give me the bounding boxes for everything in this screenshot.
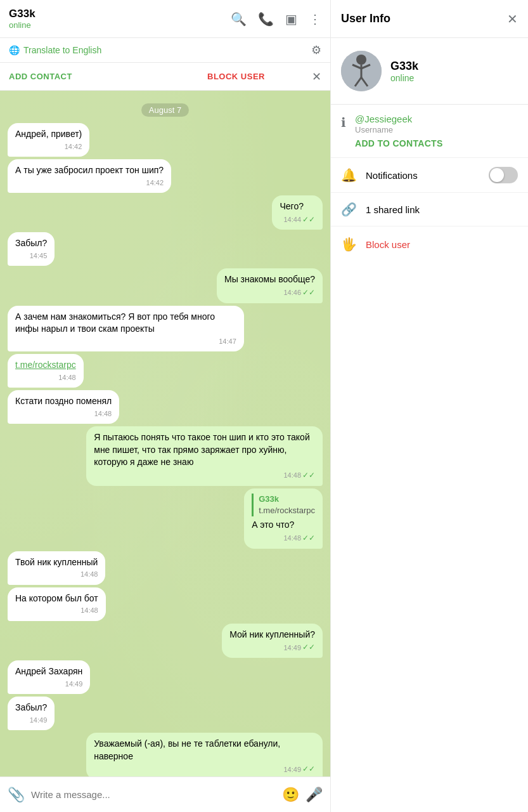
translate-button[interactable]: 🌐 Translate to English (9, 45, 101, 55)
read-receipt-icon: ✓✓ (302, 287, 315, 298)
shared-link-label: 1 shared link (366, 204, 420, 215)
notifications-row: 🔔 Notifications (331, 158, 528, 193)
user-info-title: User Info (341, 12, 507, 25)
table-row: Мой ник купленный? 14:49 ✓✓ (8, 624, 323, 658)
avatar-image (341, 51, 382, 91)
message-link[interactable]: t.me/rockstarpc (15, 360, 76, 370)
user-info-header: User Info ✕ (331, 0, 528, 38)
block-user-row[interactable]: 🖐 Block user (331, 226, 528, 262)
message-bubble: А зачем нам знакомиться? Я вот про тебя … (8, 306, 244, 352)
close-panel-icon[interactable]: ✕ (507, 11, 518, 27)
table-row: Твой ник купленный 14:48 (8, 551, 323, 585)
table-row: Кстати поздно поменял 14:48 (8, 390, 323, 424)
emoji-icon[interactable]: 🙂 (282, 787, 299, 803)
filter-icon[interactable]: ⚙ (311, 43, 321, 57)
chat-header-info: G33k online (9, 8, 231, 30)
message-time: 14:48 (80, 570, 98, 579)
svg-point-1 (356, 55, 366, 65)
message-time: 14:42 (146, 178, 164, 188)
message-input[interactable] (31, 789, 276, 800)
message-bubble: G33k t.me/rockstarpc А это что? 14:48 ✓✓ (244, 488, 323, 549)
attach-icon[interactable]: 📎 (8, 787, 25, 803)
translate-bar: 🌐 Translate to English ⚙ (0, 38, 330, 63)
search-icon[interactable]: 🔍 (231, 11, 247, 27)
user-info-panel: User Info ✕ G33k online (330, 0, 528, 812)
avatar (341, 51, 382, 91)
message-bubble: Чего? 14:44 ✓✓ (272, 195, 323, 230)
columns-icon[interactable]: ▣ (285, 11, 297, 27)
read-receipt-icon: ✓✓ (302, 214, 315, 225)
message-text: Мы знакомы вообще? (224, 274, 315, 284)
table-row: Уважаемый (-ая), вы не те таблетки ебану… (8, 733, 323, 776)
phone-icon[interactable]: 📞 (258, 11, 274, 27)
link-icon: 🔗 (341, 202, 357, 217)
message-text: Я пытаюсь понять что такое тон шип и кто… (94, 432, 309, 467)
chat-messages: August 7 Андрей, привет) 14:42 А ты уже … (0, 91, 330, 776)
quote-name: G33k (259, 494, 315, 505)
table-row: Я пытаюсь понять что такое тон шип и кто… (8, 426, 323, 486)
message-time: 14:48 (283, 471, 301, 480)
table-row: Андрей, привет) 14:42 (8, 123, 323, 157)
message-time: 14:48 (58, 373, 76, 383)
quote-url: t.me/rockstarpc (259, 505, 315, 516)
chat-header-icons: 🔍 📞 ▣ ⋮ (231, 11, 321, 27)
message-time: 14:48 (94, 409, 112, 419)
block-user-label: Block user (366, 239, 410, 250)
message-time: 14:49 (283, 765, 301, 775)
message-text: Забыл? (15, 238, 47, 248)
username-row: ℹ @Jessiegeek Username ADD TO CONTACTS (331, 105, 528, 158)
message-bubble: Кстати поздно поменял 14:48 (8, 390, 119, 424)
message-bubble: Я пытаюсь понять что такое тон шип и кто… (86, 426, 323, 486)
message-text: Уважаемый (-ая), вы не те таблетки ебану… (94, 738, 280, 761)
translate-icon: 🌐 (9, 45, 20, 55)
message-time: 14:46 (283, 288, 301, 298)
quote-block: G33k t.me/rockstarpc (252, 494, 315, 516)
message-text: Мой ник купленный? (229, 629, 315, 639)
translate-label: Translate to English (23, 45, 101, 55)
message-time: 14:48 (283, 534, 301, 543)
chat-panel: G33k online 🔍 📞 ▣ ⋮ 🌐 Translate to Engli… (0, 0, 330, 812)
close-action-bar-icon[interactable]: ✕ (312, 70, 321, 84)
more-icon[interactable]: ⋮ (309, 11, 321, 27)
message-bubble: t.me/rockstarpc 14:48 (8, 354, 84, 388)
message-text: Кстати поздно поменял (15, 396, 112, 406)
shared-link-row[interactable]: 🔗 1 shared link (331, 193, 528, 226)
message-bubble: Мой ник купленный? 14:49 ✓✓ (222, 624, 323, 658)
message-text: На котором был бот (15, 593, 98, 603)
table-row: Забыл? 14:49 (8, 697, 323, 730)
mic-icon[interactable]: 🎤 (306, 787, 323, 803)
user-name-block: G33k online (390, 60, 418, 83)
message-time: 14:44 (283, 215, 301, 225)
message-bubble: Забыл? 14:49 (8, 697, 55, 730)
message-text: Андрей, привет) (15, 129, 82, 139)
message-text: Андрей Захарян (15, 666, 82, 676)
message-bubble: На котором был бот 14:48 (8, 587, 106, 621)
table-row: Чего? 14:44 ✓✓ (8, 195, 323, 230)
date-divider: August 7 (8, 103, 323, 117)
message-bubble: Мы знакомы вообще? 14:46 ✓✓ (217, 268, 323, 303)
message-time: 14:49 (283, 643, 301, 653)
notifications-toggle[interactable] (489, 167, 518, 183)
block-user-button[interactable]: BLOCK USER (160, 72, 312, 81)
read-receipt-icon: ✓✓ (302, 533, 315, 544)
table-row: t.me/rockstarpc 14:48 (8, 354, 323, 388)
user-avatar-section: G33k online (331, 38, 528, 105)
read-receipt-icon: ✓✓ (302, 470, 315, 481)
read-receipt-icon: ✓✓ (302, 642, 315, 653)
message-text: А зачем нам знакомиться? Я вот про тебя … (15, 311, 215, 334)
add-to-contacts-button[interactable]: ADD TO CONTACTS (355, 138, 443, 148)
chat-header: G33k online 🔍 📞 ▣ ⋮ (0, 0, 330, 38)
chat-status: online (9, 20, 231, 30)
message-text: Чего? (280, 201, 304, 211)
message-bubble: Андрей, привет) 14:42 (8, 123, 89, 157)
table-row: G33k t.me/rockstarpc А это что? 14:48 ✓✓ (8, 488, 323, 549)
username-value: @Jessiegeek (355, 114, 443, 124)
table-row: На котором был бот 14:48 (8, 587, 323, 621)
message-bubble: Забыл? 14:45 (8, 232, 55, 266)
message-bubble: А ты уже забросил проект тон шип? 14:42 (8, 159, 171, 193)
message-time: 14:47 (219, 337, 236, 346)
message-bubble: Твой ник купленный 14:48 (8, 551, 105, 585)
username-label: Username (355, 125, 443, 134)
add-contact-button[interactable]: ADD CONTACT (9, 72, 160, 81)
message-time: 14:42 (65, 142, 82, 152)
